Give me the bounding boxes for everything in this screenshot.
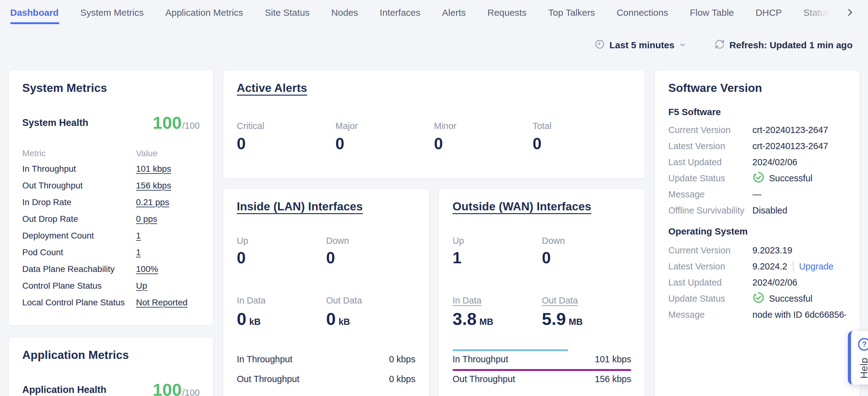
alert-stat-total: Total 0	[533, 121, 631, 153]
system-health-row: System Health 100 /100	[22, 113, 200, 133]
software-version-title: Software Version	[668, 81, 846, 95]
active-alerts-title-link[interactable]: Active Alerts	[237, 82, 307, 94]
nav-tab-application-metrics[interactable]: Application Metrics	[165, 0, 243, 25]
top-navigation: Dashboard System Metrics Application Met…	[0, 0, 868, 25]
latest-version-value: 9.2024.2	[752, 261, 787, 272]
lan-throughput-section: In Throughput0 kbps Out Throughput0 kbps	[237, 349, 415, 385]
nav-tab-flow-table[interactable]: Flow Table	[690, 0, 734, 25]
system-metrics-table: Metric Value In Throughput101 kbps Out T…	[22, 146, 200, 311]
nav-tab-status-objects[interactable]: Status Obj	[803, 0, 841, 25]
operating-system-rows: Current Version9.2023.19 Latest Version …	[668, 242, 846, 323]
operating-system-heading: Operating System	[668, 226, 846, 237]
nav-tab-dashboard[interactable]: Dashboard	[10, 0, 59, 25]
refresh-control[interactable]: Refresh: Updated 1 min ago	[714, 39, 852, 52]
stat-label: Critical	[237, 121, 335, 131]
out-data-link[interactable]: Out Data	[542, 295, 578, 305]
nav-tab-site-status[interactable]: Site Status	[265, 0, 310, 25]
help-tab[interactable]: ? Help	[848, 331, 868, 385]
lan-stat-up: Up 0	[237, 236, 326, 267]
column-right: Software Version F5 Software Current Ver…	[654, 70, 860, 396]
wan-stat-in-data: In Data 3.8MB	[453, 295, 542, 331]
time-range-selector[interactable]: Last 5 minutes	[594, 39, 686, 52]
unit-label: kB	[339, 317, 350, 327]
throughput-label: Out Throughput	[453, 373, 515, 385]
software-version-card: Software Version F5 Software Current Ver…	[654, 70, 860, 396]
nav-tab-requests[interactable]: Requests	[488, 0, 527, 25]
throughput-value: 101 kbps	[595, 353, 631, 365]
table-header-metric: Metric	[22, 148, 136, 159]
stat-value: 0kB	[237, 309, 326, 331]
metric-value-link[interactable]: 1	[136, 231, 200, 241]
stat-label: Down	[542, 236, 631, 246]
interfaces-row: Inside (LAN) Interfaces Up 0 Down 0 In D…	[223, 189, 645, 396]
help-question-icon: ?	[857, 337, 868, 353]
nav-tab-nodes[interactable]: Nodes	[331, 0, 358, 25]
out-throughput-bar	[453, 369, 631, 371]
metric-label: In Drop Rate	[22, 197, 136, 207]
upgrade-link[interactable]: Upgrade	[799, 261, 833, 272]
refresh-icon	[714, 39, 725, 52]
lan-updown-stats: Up 0 Down 0	[237, 236, 415, 267]
lan-stat-out-data: Out Data 0kB	[326, 295, 415, 331]
metric-value-link[interactable]: 156 kbps	[136, 181, 200, 191]
unit-label: MB	[479, 317, 493, 327]
metric-value-link[interactable]: 100%	[136, 264, 200, 274]
stat-label: Total	[533, 121, 631, 131]
metric-label: Out Drop Rate	[22, 214, 136, 224]
wan-in-throughput: In Throughput101 kbps	[453, 349, 631, 365]
nav-tab-dhcp[interactable]: DHCP	[755, 0, 782, 25]
application-metrics-card: Application Metrics Application Health 1…	[8, 337, 214, 396]
check-circle-icon	[752, 291, 769, 306]
in-data-link[interactable]: In Data	[453, 295, 482, 305]
lan-out-throughput: Out Throughput0 kbps	[237, 369, 415, 385]
throughput-label: In Throughput	[453, 353, 508, 365]
nav-overflow-button[interactable]	[843, 6, 857, 20]
wan-interfaces-title-link[interactable]: Outside (WAN) Interfaces	[453, 200, 591, 213]
version-row: Latest Versioncrt-20240123-2647	[668, 138, 846, 154]
alert-stat-critical: Critical 0	[237, 121, 335, 153]
alert-stat-minor: Minor 0	[434, 121, 533, 153]
metric-value-link[interactable]: 101 kbps	[136, 164, 200, 174]
stat-value: 5.9MB	[542, 309, 631, 331]
stat-label: Up	[453, 236, 542, 246]
dashboard-toolbar: Last 5 minutes Refresh: Updated 1 min ag…	[0, 36, 868, 54]
version-row: Last Updated2024/02/06	[668, 275, 846, 290]
alerts-stats: Critical 0 Major 0 Minor 0 Total 0	[237, 121, 631, 153]
stat-value: 0	[237, 134, 335, 153]
metric-label: Control Plane Status	[22, 281, 136, 291]
wan-data-stats: In Data 3.8MB Out Data 5.9MB	[453, 295, 631, 331]
nav-tab-connections[interactable]: Connections	[617, 0, 668, 25]
nav-tab-alerts[interactable]: Alerts	[442, 0, 466, 25]
wan-out-throughput: Out Throughput156 kbps	[453, 369, 631, 385]
metric-value-link[interactable]: Up	[136, 281, 200, 291]
table-header-value: Value	[136, 148, 200, 159]
version-row: Last Updated2024/02/06	[668, 154, 846, 170]
stat-value: 0	[542, 249, 631, 267]
throughput-value: 156 kbps	[595, 373, 631, 385]
metric-value-link[interactable]: 0 pps	[136, 214, 200, 224]
nav-tab-top-talkers[interactable]: Top Talkers	[548, 0, 595, 25]
metric-label: Data Plane Reachability	[22, 264, 136, 274]
application-health-max: /100	[182, 388, 200, 396]
metric-value-link[interactable]: 0.21 pps	[136, 197, 200, 207]
metric-value-link[interactable]: Not Reported	[136, 298, 200, 308]
nav-tab-system-metrics[interactable]: System Metrics	[81, 0, 144, 25]
application-health-label: Application Health	[22, 384, 106, 395]
message-row: Messagenode with ID 6dc66856-1...	[668, 307, 846, 323]
wan-stat-down: Down 0	[542, 236, 631, 267]
active-alerts-card: Active Alerts Critical 0 Major 0 Minor 0…	[223, 70, 645, 178]
time-range-value: Last 5 minutes	[610, 40, 675, 51]
stat-value: 1	[453, 249, 542, 267]
check-circle-icon	[752, 171, 769, 186]
f5-software-heading: F5 Software	[668, 106, 846, 118]
table-row: Data Plane Reachability100%	[22, 261, 200, 278]
lan-interfaces-card: Inside (LAN) Interfaces Up 0 Down 0 In D…	[223, 189, 429, 396]
lan-interfaces-title-link[interactable]: Inside (LAN) Interfaces	[237, 200, 363, 213]
stat-value: 0	[237, 249, 326, 267]
system-health-label: System Health	[22, 117, 88, 129]
metric-value-link[interactable]: 1	[136, 248, 200, 257]
in-throughput-bar	[453, 349, 631, 351]
version-row: Current Version9.2023.19	[668, 242, 846, 258]
nav-tab-interfaces[interactable]: Interfaces	[380, 0, 421, 25]
metric-label: Local Control Plane Status	[22, 298, 136, 308]
